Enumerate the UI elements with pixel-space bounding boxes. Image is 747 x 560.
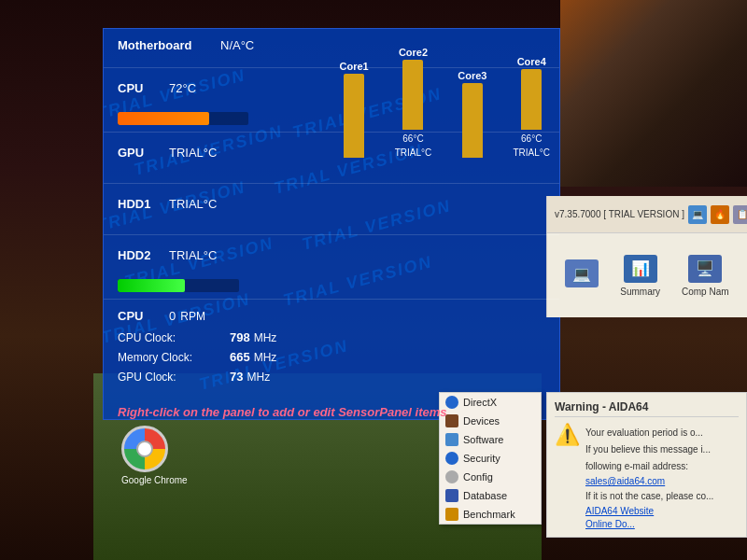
menu-item-config[interactable]: Config — [440, 468, 541, 486]
divider-3 — [104, 183, 559, 184]
core1-bar-container: Core1 — [340, 61, 369, 158]
core4-bar — [521, 69, 542, 130]
gpu-clock-row: GPU Clock: 73 MHz — [118, 370, 545, 384]
fan-unit: RPM — [180, 310, 205, 323]
config-label: Config — [463, 471, 493, 483]
hdd1-row: HDD1 TRIAL°C — [104, 187, 559, 231]
warning-content: Your evaluation period is o... If you be… — [585, 423, 739, 529]
core3-label: Core3 — [458, 70, 486, 81]
warning-title: Warning - AIDA64 — [555, 400, 739, 417]
fan-section: CPU 0 RPM CPU Clock: 798 MHz Memory Cloc… — [104, 304, 559, 394]
core3-bar-container: Core3 — [458, 70, 486, 158]
cores-section: Core1 Core2 66°C TRIAL°C Core3 Core4 66°… — [340, 36, 551, 158]
hdd2-row: HDD2 TRIAL°C — [104, 238, 559, 296]
hdd2-value: TRIAL°C — [169, 248, 244, 262]
computer-icon: 💻 — [565, 259, 599, 287]
gpu-clock-label: GPU Clock: — [118, 371, 230, 384]
nav-item-computer[interactable]: 💻 — [565, 259, 599, 291]
cpu-bar — [118, 112, 209, 125]
menu-item-benchmark[interactable]: Benchmark — [440, 505, 541, 524]
aida-icon-1[interactable]: 💻 — [688, 205, 707, 224]
security-icon — [445, 452, 458, 465]
memory-clock-row: Memory Clock: 665 MHz — [118, 350, 545, 364]
chrome-label: Google Chrome — [121, 475, 188, 485]
hdd1-data-row: HDD1 TRIAL°C — [118, 190, 545, 217]
core2-label: Core2 — [399, 47, 428, 58]
nav-item-summary[interactable]: 📊 Summary — [620, 255, 660, 297]
chrome-icon-area[interactable]: Google Chrome — [121, 426, 188, 485]
nav-item-comp[interactable]: 🖥️ Comp Nam — [682, 255, 729, 297]
core4-bar-container: Core4 66°C TRIAL°C — [513, 56, 550, 158]
config-icon — [445, 470, 458, 483]
core2-bar — [402, 60, 423, 130]
benchmark-icon — [445, 508, 458, 521]
chrome-icon — [121, 426, 168, 472]
divider-4 — [104, 234, 559, 235]
bg-photo — [560, 0, 747, 187]
core1-bar — [344, 74, 364, 158]
core4-label: Core4 — [517, 56, 546, 67]
gpu-clock-value: 73 — [230, 370, 243, 384]
menu-item-database[interactable]: Database — [440, 486, 541, 505]
hdd2-bar — [118, 279, 185, 292]
memory-clock-label: Memory Clock: — [118, 351, 230, 364]
fan-label: CPU — [118, 309, 169, 323]
hdd1-value: TRIAL°C — [169, 197, 244, 211]
gpu-value: TRIAL°C — [169, 146, 244, 160]
cpu-bar-container — [118, 112, 248, 125]
memory-clock-unit: MHz — [254, 351, 277, 364]
warning-link1[interactable]: AIDA64 Website — [585, 506, 739, 516]
warning-link2[interactable]: Online Do... — [585, 519, 739, 529]
hint-text: Right-click on the panel to add or edit … — [104, 405, 559, 419]
fan-row: CPU 0 RPM — [118, 309, 545, 323]
comp-label: Comp Nam — [682, 287, 729, 297]
warning-line3: If it is not the case, please co... — [585, 491, 713, 501]
warning-line2: If you believe this message i... followi… — [585, 444, 711, 471]
warning-line1: Your evaluation period is o... — [585, 427, 703, 438]
divider-5 — [104, 299, 559, 300]
cpu-label: CPU — [118, 81, 169, 95]
warning-body: ⚠️ Your evaluation period is o... If you… — [555, 423, 739, 529]
gpu-label: GPU — [118, 146, 169, 160]
core2-bar-container: Core2 66°C TRIAL°C — [395, 47, 432, 158]
benchmark-label: Benchmark — [463, 509, 515, 520]
aida-icon-3[interactable]: 📋 — [733, 205, 747, 224]
fan-value: 0 — [169, 309, 176, 323]
taskbar-icons: 💻 🔥 📋 👤 OSD — [688, 205, 747, 224]
core2-trial: TRIAL°C — [395, 147, 432, 158]
hdd2-bar-container — [118, 279, 239, 292]
database-label: Database — [463, 490, 507, 501]
hdd2-data-row: HDD2 TRIAL°C — [118, 242, 545, 268]
cpu-clock-row: CPU Clock: 798 MHz — [118, 330, 545, 344]
warning-icon: ⚠️ — [555, 423, 580, 447]
core4-trial: TRIAL°C — [513, 147, 550, 158]
motherboard-value: N/A°C — [220, 38, 295, 52]
cpu-clock-value: 798 — [230, 330, 250, 344]
chrome-center-circle — [136, 441, 153, 457]
motherboard-label: Motherboard — [118, 38, 220, 52]
software-label: Software — [463, 434, 503, 445]
core4-temp: 66°C — [521, 133, 542, 144]
cpu-clock-unit: MHz — [254, 331, 277, 344]
gpu-clock-unit: MHz — [247, 371, 270, 384]
software-icon — [445, 433, 458, 446]
summary-label: Summary — [620, 287, 660, 297]
hdd1-label: HDD1 — [118, 197, 169, 211]
sensor-panel[interactable]: TRIAL VERSION TRIAL VERSION TRIAL VERSIO… — [103, 28, 560, 420]
core2-temp: 66°C — [402, 133, 423, 144]
menu-item-software[interactable]: Software — [440, 430, 541, 449]
security-label: Security — [463, 453, 500, 464]
warning-dialog: Warning - AIDA64 ⚠️ Your evaluation peri… — [546, 392, 747, 538]
menu-item-security[interactable]: Security — [440, 449, 541, 468]
aida-nav-panel: 💻 📊 Summary 🖥️ Comp Nam — [546, 233, 747, 317]
summary-icon: 📊 — [624, 255, 657, 283]
core1-label: Core1 — [340, 61, 369, 72]
cpu-value: 72°C — [169, 81, 244, 95]
comp-icon: 🖥️ — [688, 255, 722, 283]
aida-icon-2[interactable]: 🔥 — [711, 205, 729, 224]
memory-clock-value: 665 — [230, 350, 250, 364]
cpu-clock-label: CPU Clock: — [118, 331, 230, 344]
core3-bar — [462, 83, 483, 158]
warning-email[interactable]: sales@aida64.com — [585, 476, 739, 486]
aida-version-bar: v7.35.7000 [ TRIAL VERSION ] 💻 🔥 📋 👤 OSD — [546, 196, 747, 233]
